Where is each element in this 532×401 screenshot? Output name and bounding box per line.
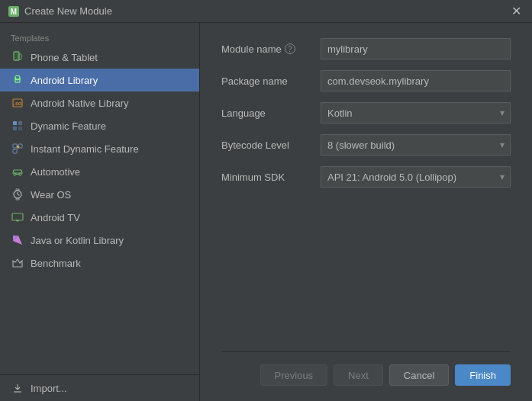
benchmark-icon bbox=[11, 256, 24, 270]
svg-rect-13 bbox=[18, 121, 22, 125]
android-lib-icon bbox=[11, 73, 24, 87]
sidebar-section-label: Templates bbox=[0, 29, 199, 46]
language-select-wrapper: Kotlin Java bbox=[321, 102, 511, 124]
dynamic-icon bbox=[11, 119, 24, 133]
sidebar-item-phone-tablet-label: Phone & Tablet bbox=[31, 52, 98, 63]
sidebar-item-benchmark-label: Benchmark bbox=[31, 258, 81, 269]
svg-line-25 bbox=[18, 194, 20, 196]
svg-text:M: M bbox=[11, 8, 17, 16]
kotlin-icon bbox=[11, 233, 24, 247]
sidebar-item-android-library[interactable]: Android Library bbox=[0, 69, 199, 91]
sidebar-footer-import-label: Import... bbox=[31, 383, 67, 394]
sidebar-item-android-native-label: Android Native Library bbox=[31, 98, 129, 109]
package-name-row: Package name bbox=[221, 70, 511, 91]
svg-rect-26 bbox=[16, 189, 19, 191]
svg-rect-18 bbox=[13, 149, 17, 153]
package-name-input[interactable] bbox=[321, 70, 511, 91]
finish-button[interactable]: Finish bbox=[455, 364, 511, 386]
sidebar-item-phone-tablet[interactable]: Phone & Tablet bbox=[0, 46, 199, 69]
module-name-help-icon[interactable]: ? bbox=[285, 43, 295, 54]
instant-icon bbox=[11, 142, 24, 156]
native-icon: .so bbox=[11, 96, 24, 110]
svg-point-4 bbox=[16, 59, 17, 59]
package-name-label: Package name bbox=[221, 75, 321, 87]
previous-button[interactable]: Previous bbox=[260, 364, 328, 386]
dialog-body: Templates Phone & Tablet Android Library… bbox=[0, 23, 532, 401]
sidebar-item-android-tv-label: Android TV bbox=[31, 212, 80, 223]
svg-rect-3 bbox=[15, 53, 18, 58]
module-name-input[interactable] bbox=[321, 38, 511, 59]
sidebar-item-instant-dynamic[interactable]: Instant Dynamic Feature bbox=[0, 137, 199, 160]
sidebar-item-automotive-label: Automotive bbox=[31, 166, 80, 178]
cancel-button[interactable]: Cancel bbox=[389, 364, 449, 386]
sidebar-item-android-library-label: Android Library bbox=[31, 75, 98, 86]
title-bar: M Create New Module ✕ bbox=[0, 0, 532, 23]
tv-icon bbox=[11, 210, 24, 224]
sidebar-item-dynamic-feature-label: Dynamic Feature bbox=[31, 120, 106, 132]
bytecode-row: Bytecode Level 8 (slower build) 7 bbox=[221, 134, 511, 156]
wear-icon bbox=[11, 188, 24, 201]
svg-text:.so: .so bbox=[14, 101, 21, 106]
dialog-icon: M bbox=[8, 5, 20, 18]
sidebar-item-dynamic-feature[interactable]: Dynamic Feature bbox=[0, 114, 199, 137]
sidebar-item-automotive[interactable]: Automotive bbox=[0, 160, 199, 183]
bytecode-select[interactable]: 8 (slower build) 7 bbox=[321, 134, 511, 156]
module-name-label: Module name ? bbox=[221, 43, 321, 55]
sidebar-item-kotlin-library-label: Java or Kotlin Library bbox=[31, 235, 124, 246]
sidebar-item-wear-os[interactable]: Wear OS bbox=[0, 183, 199, 206]
svg-rect-12 bbox=[13, 121, 17, 125]
svg-rect-28 bbox=[12, 213, 23, 220]
bytecode-select-wrapper: 8 (slower build) 7 bbox=[321, 134, 511, 156]
language-select[interactable]: Kotlin Java bbox=[321, 102, 511, 124]
min-sdk-select[interactable]: API 21: Android 5.0 (Lollipop) API 23: A… bbox=[321, 166, 511, 188]
import-icon bbox=[11, 381, 24, 395]
sidebar-footer-import[interactable]: Import... bbox=[0, 374, 199, 401]
bytecode-label: Bytecode Level bbox=[221, 140, 321, 151]
button-row: Previous Next Cancel Finish bbox=[221, 351, 511, 386]
module-name-row: Module name ? bbox=[221, 38, 511, 59]
svg-rect-14 bbox=[13, 127, 17, 130]
svg-rect-15 bbox=[18, 127, 22, 130]
sidebar-item-android-tv[interactable]: Android TV bbox=[0, 206, 199, 229]
svg-rect-16 bbox=[13, 144, 17, 148]
automotive-icon bbox=[11, 165, 24, 178]
min-sdk-label: Minimum SDK bbox=[221, 172, 321, 183]
sidebar-item-instant-dynamic-label: Instant Dynamic Feature bbox=[31, 143, 139, 155]
sidebar-item-benchmark[interactable]: Benchmark bbox=[0, 252, 199, 274]
phone-icon bbox=[11, 50, 24, 64]
min-sdk-select-wrapper: API 21: Android 5.0 (Lollipop) API 23: A… bbox=[321, 166, 511, 188]
language-label: Language bbox=[221, 107, 321, 119]
svg-rect-27 bbox=[16, 198, 19, 200]
sidebar: Templates Phone & Tablet Android Library… bbox=[0, 23, 200, 401]
next-button[interactable]: Next bbox=[334, 364, 383, 386]
min-sdk-row: Minimum SDK API 21: Android 5.0 (Lollipo… bbox=[221, 166, 511, 188]
sidebar-item-kotlin-library[interactable]: Java or Kotlin Library bbox=[0, 229, 199, 252]
close-button[interactable]: ✕ bbox=[508, 4, 524, 18]
sidebar-item-wear-os-label: Wear OS bbox=[31, 189, 71, 200]
svg-point-21 bbox=[19, 173, 21, 175]
dialog-title: Create New Module bbox=[24, 5, 508, 17]
main-content: Module name ? Package name Language Kotl… bbox=[200, 23, 532, 401]
sidebar-item-android-native[interactable]: .so Android Native Library bbox=[0, 91, 199, 114]
svg-point-20 bbox=[14, 173, 16, 175]
language-row: Language Kotlin Java bbox=[221, 102, 511, 124]
